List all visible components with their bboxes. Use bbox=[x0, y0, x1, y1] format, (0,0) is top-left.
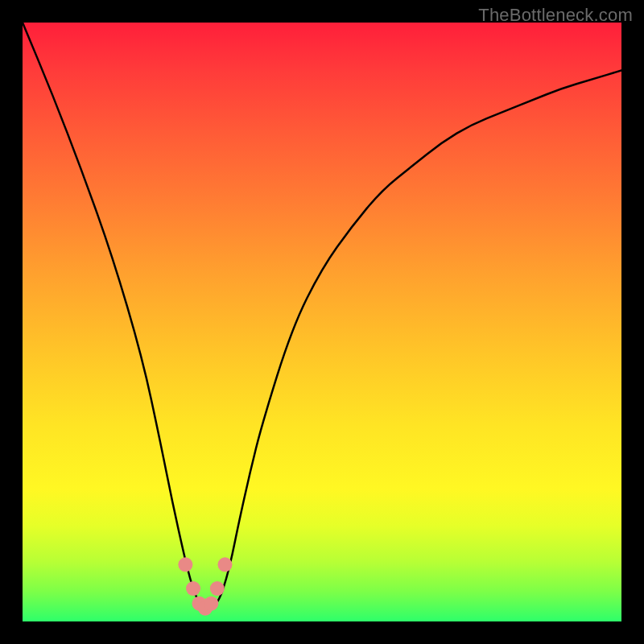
highlight-point bbox=[186, 581, 200, 596]
chart-svg bbox=[23, 23, 621, 621]
watermark-text: TheBottleneck.com bbox=[478, 5, 633, 26]
highlight-point bbox=[178, 557, 192, 572]
highlight-point bbox=[217, 557, 232, 572]
highlight-markers bbox=[178, 557, 232, 615]
bottleneck-curve bbox=[23, 23, 621, 609]
highlight-point bbox=[204, 597, 218, 611]
plot-area bbox=[23, 23, 621, 621]
chart-frame: TheBottleneck.com bbox=[0, 0, 644, 644]
highlight-point bbox=[210, 581, 225, 596]
